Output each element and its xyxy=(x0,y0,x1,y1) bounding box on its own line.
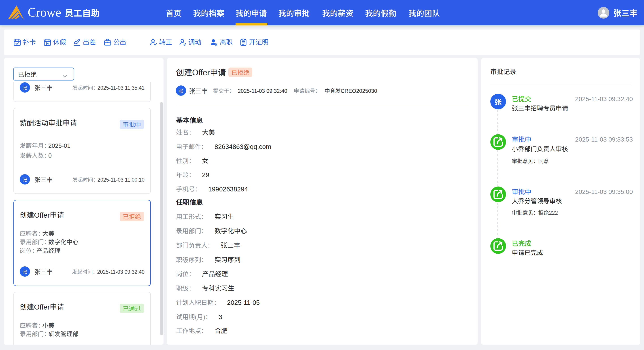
svg-text:休: 休 xyxy=(46,41,49,46)
